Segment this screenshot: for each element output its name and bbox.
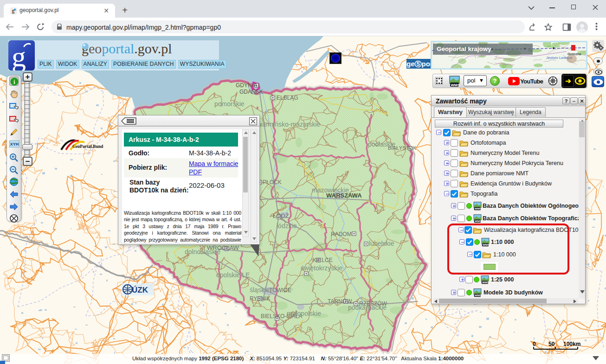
svg-text:ŁÓDŹ: ŁÓDŹ — [273, 212, 289, 219]
svg-text:i: i — [13, 78, 15, 85]
svg-text:100km: 100km — [563, 341, 580, 347]
svg-text:KIELCE: KIELCE — [313, 257, 333, 263]
svg-text:WMS: WMS — [482, 281, 489, 284]
svg-text:WARSZAWA: WARSZAWA — [326, 192, 362, 199]
svg-text:podkarpackie: podkarpackie — [348, 304, 387, 311]
svg-text:ÚZK: ÚZK — [132, 286, 148, 294]
svg-text:0: 0 — [533, 341, 536, 347]
svg-text:TOWICE: TOWICE — [269, 287, 291, 294]
svg-text:YouTube: YouTube — [520, 78, 543, 85]
svg-text:BIAŁYSTOK: BIAŁYSTOK — [388, 145, 417, 151]
svg-text:świętokrzyskie: świętokrzyskie — [301, 264, 342, 272]
svg-text:GDYNIA: GDYNIA — [236, 82, 257, 89]
svg-text:RADOM: RADOM — [331, 231, 352, 237]
svg-text:łódzkie: łódzkie — [277, 222, 297, 230]
svg-text:PŁOCK: PŁOCK — [263, 179, 282, 185]
svg-text:opolskie LE: opolskie LE — [216, 271, 250, 279]
svg-text:50: 50 — [548, 341, 555, 347]
svg-text:GeoPortal.Bund: GeoPortal.Bund — [72, 144, 103, 149]
svg-text:g: g — [12, 41, 26, 70]
svg-text:RYBNIK: RYBNIK — [250, 295, 270, 302]
svg-text:lubelskie: lubelskie — [369, 240, 394, 247]
svg-text:Gniezno: Gniezno — [567, 52, 581, 56]
svg-text:WMS: WMS — [475, 219, 482, 223]
svg-text:WMS: WMS — [475, 294, 482, 297]
svg-text:GDAŃSK: GDAŃSK — [239, 88, 263, 95]
svg-text:ELBLĄG: ELBLĄG — [277, 95, 298, 101]
svg-text:pomorskie: pomorskie — [214, 100, 245, 108]
svg-text:małopolskie: małopolskie — [287, 310, 321, 317]
svg-text:WMS: WMS — [475, 207, 482, 210]
svg-text:WMS: WMS — [451, 83, 460, 87]
svg-text:dolnośląskie: dolnośląskie — [185, 248, 220, 255]
svg-text:śląskie: śląskie — [250, 286, 270, 294]
svg-text:warmińsko-mazurskie: warmińsko-mazurskie — [257, 121, 321, 128]
